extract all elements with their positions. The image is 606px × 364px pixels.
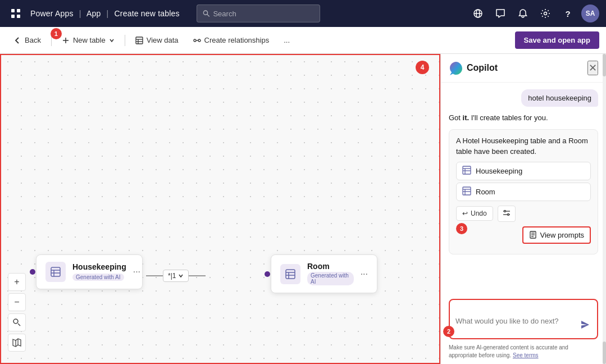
table-chip-housekeeping[interactable]: Housekeeping (456, 162, 591, 180)
svg-rect-1 (17, 9, 20, 12)
connector-label[interactable]: *|1 (163, 270, 189, 282)
table-chip-room[interactable]: Room (456, 183, 591, 201)
scroll-thumb-bottom[interactable] (603, 342, 606, 364)
topbar: Power Apps | App | Create new tables (0, 0, 606, 27)
red-label-1: 1 (51, 28, 62, 39)
user-message-row: hotel housekeeping (449, 89, 598, 107)
housekeeping-name: Housekeeping (72, 262, 126, 271)
svg-rect-2 (11, 15, 15, 18)
undo-icon: ↩ (462, 210, 468, 217)
copilot-input-container[interactable] (449, 299, 598, 339)
room-name: Room (307, 262, 354, 271)
connector-dot-left (30, 269, 35, 275)
table-chip-room-icon (462, 186, 471, 197)
copilot-send-button[interactable] (579, 319, 591, 334)
copilot-footer: Make sure AI-generated content is accura… (441, 342, 606, 364)
view-prompts-label: View prompts (540, 231, 584, 239)
back-button[interactable]: Back (7, 33, 48, 48)
search-input[interactable] (213, 10, 313, 18)
svg-point-4 (203, 11, 207, 15)
svg-point-41 (507, 213, 509, 215)
svg-rect-23 (286, 270, 295, 279)
undo-label: Undo (471, 210, 487, 217)
bell-icon[interactable] (514, 4, 532, 22)
red-label-4: 4 (416, 61, 429, 74)
chat-icon[interactable] (491, 4, 509, 22)
svg-point-17 (198, 39, 201, 42)
svg-rect-3 (17, 15, 20, 18)
connector-line-2 (189, 275, 206, 276)
housekeeping-node[interactable]: Housekeeping Generated with AI ··· (36, 254, 143, 289)
canvas[interactable]: 4 Housekeeping Generated with AI ··· (0, 54, 440, 364)
red-label-3: 3 (456, 223, 467, 234)
ai-response-2-block: A Hotel Housekeeping table and a Room ta… (449, 129, 598, 254)
svg-point-16 (194, 39, 196, 42)
copilot-panel: Copilot ✕ hotel housekeeping Got it. I'l… (440, 54, 606, 364)
copilot-close-button[interactable]: ✕ (587, 61, 598, 75)
view-prompts-row: 3 View prompts (456, 224, 591, 248)
copilot-messages: hotel housekeeping Got it. I'll create t… (441, 83, 606, 299)
cursor-tool-button[interactable] (8, 313, 26, 331)
connector-area: *|1 (146, 270, 206, 282)
globe-icon[interactable] (469, 4, 487, 22)
housekeeping-more-button[interactable]: ··· (133, 267, 140, 277)
input-section: 2 (449, 299, 598, 339)
avatar[interactable]: SA (581, 4, 599, 22)
topbar-title: Power Apps | App | Create new tables (30, 9, 180, 18)
svg-rect-19 (51, 267, 60, 276)
zoom-out-button[interactable]: − (8, 293, 26, 311)
housekeeping-badge: Generated with AI (72, 274, 124, 281)
undo-button[interactable]: ↩ Undo (456, 206, 493, 221)
svg-rect-12 (136, 37, 143, 44)
room-info: Room Generated with AI (307, 262, 354, 286)
help-icon[interactable]: ? (559, 4, 577, 22)
toolbar-right: Save and open app (515, 31, 599, 49)
user-message: hotel housekeeping (521, 89, 598, 107)
toolbar-divider-2 (125, 35, 125, 46)
view-data-button[interactable]: View data (129, 33, 185, 48)
red-label-2-container: 2 (443, 326, 454, 337)
svg-point-9 (544, 12, 547, 15)
ai-response-1: Got it. I'll create tables for you. (449, 112, 598, 124)
scroll-track (603, 54, 606, 364)
copilot-header: Copilot ✕ (441, 54, 606, 83)
ai-settings-button[interactable] (498, 206, 516, 222)
room-node[interactable]: Room Generated with AI ··· (271, 254, 377, 293)
new-table-button[interactable]: New table (55, 33, 121, 48)
canvas-tools: + − (8, 273, 26, 352)
see-terms-link[interactable]: See terms (513, 352, 539, 358)
main-area: 4 Housekeeping Generated with AI ··· (0, 54, 606, 364)
housekeeping-icon (45, 262, 66, 282)
settings-icon[interactable] (536, 4, 554, 22)
svg-line-5 (207, 14, 209, 16)
scroll-thumb-top[interactable] (603, 54, 606, 76)
grid-icon[interactable] (7, 4, 25, 22)
copilot-title: Copilot (467, 63, 583, 73)
view-prompts-button[interactable]: View prompts (522, 226, 591, 244)
svg-point-40 (504, 210, 505, 212)
connector-dot-room-left (265, 271, 270, 277)
copilot-input[interactable] (455, 317, 576, 334)
search-box[interactable] (197, 4, 320, 22)
create-relationships-button[interactable]: Create relationships (186, 33, 276, 48)
more-button[interactable]: ... (277, 33, 297, 48)
save-and-open-button[interactable]: Save and open app (515, 31, 599, 49)
ai-response-2-text: A Hotel Housekeeping table and a Room ta… (456, 135, 591, 157)
table-chip-housekeeping-label: Housekeeping (476, 167, 522, 175)
topbar-icons: ? SA (469, 4, 599, 22)
connector-line-1 (146, 275, 163, 276)
map-tool-button[interactable] (8, 334, 26, 352)
svg-rect-34 (463, 187, 471, 195)
room-more-button[interactable]: ··· (361, 269, 368, 279)
table-chip-housekeeping-icon (462, 166, 471, 176)
svg-rect-0 (11, 9, 15, 12)
room-badge: Generated with AI (307, 272, 354, 285)
svg-marker-46 (581, 321, 589, 329)
table-chip-room-label: Room (476, 188, 495, 196)
action-row: ↩ Undo (456, 203, 591, 224)
svg-marker-27 (13, 339, 21, 347)
zoom-in-button[interactable]: + (8, 273, 26, 291)
room-icon (280, 264, 300, 284)
svg-rect-30 (463, 166, 471, 174)
toolbar: Back 1 New table View data Create relati (0, 27, 606, 54)
